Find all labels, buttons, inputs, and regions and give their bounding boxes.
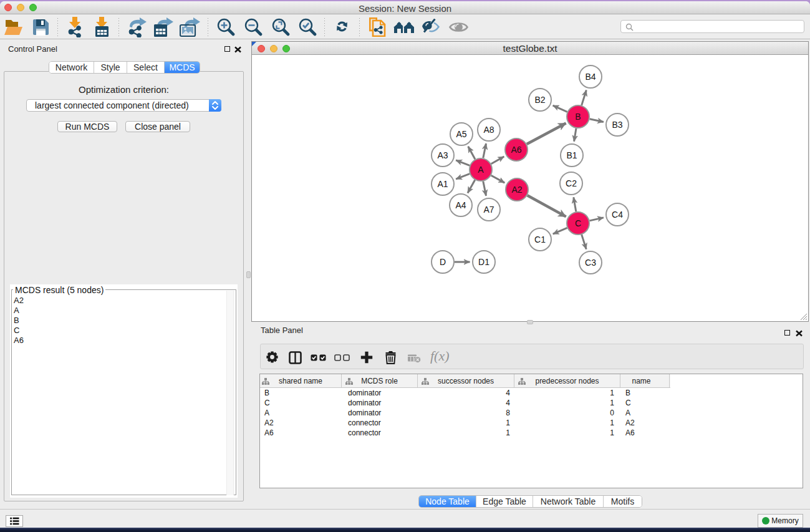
svg-text:A5: A5: [456, 129, 466, 139]
svg-text:A4: A4: [455, 200, 466, 210]
svg-text:B1: B1: [566, 150, 577, 160]
svg-text:D1: D1: [478, 257, 489, 267]
svg-text:A6: A6: [511, 145, 521, 155]
svg-text:A1: A1: [437, 179, 448, 189]
svg-text:C2: C2: [566, 178, 577, 188]
svg-text:B: B: [575, 112, 581, 122]
svg-text:B2: B2: [534, 95, 545, 105]
svg-text:A7: A7: [483, 205, 494, 215]
svg-text:C1: C1: [534, 235, 546, 244]
svg-text:C4: C4: [612, 210, 623, 220]
svg-text:A8: A8: [483, 125, 494, 135]
svg-text:C: C: [575, 218, 581, 228]
svg-text:A: A: [478, 165, 484, 175]
svg-text:C3: C3: [585, 258, 596, 268]
svg-text:D: D: [440, 257, 446, 267]
svg-text:A2: A2: [511, 185, 522, 195]
svg-text:B3: B3: [612, 120, 622, 130]
svg-text:B4: B4: [585, 72, 595, 82]
svg-text:A3: A3: [437, 150, 448, 160]
